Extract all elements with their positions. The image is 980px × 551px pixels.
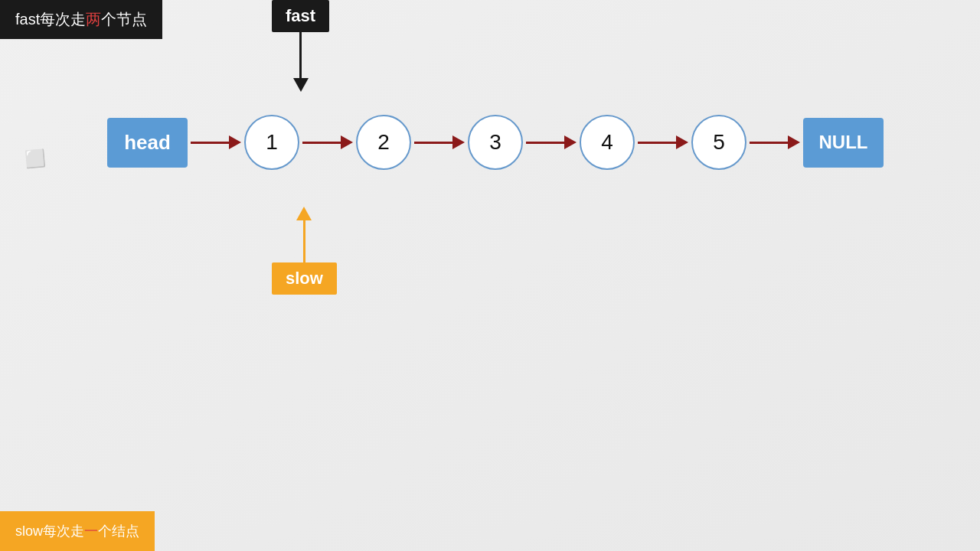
arrow-line bbox=[191, 142, 229, 144]
slow-arrow-head bbox=[296, 207, 312, 220]
arrow-5-to-null bbox=[750, 135, 800, 149]
slow-label: slow bbox=[272, 262, 337, 295]
fast-pointer-container: fast bbox=[272, 0, 329, 92]
node-1: 1 bbox=[244, 115, 299, 170]
head-label: head bbox=[124, 131, 171, 155]
null-box: NULL bbox=[803, 118, 884, 168]
top-banner-text-before: fast每次走 bbox=[15, 11, 86, 28]
slow-pointer-container: slow bbox=[272, 207, 337, 295]
arrow-head-to-1 bbox=[191, 135, 241, 149]
linked-list-diagram: fast head 1 2 bbox=[107, 115, 884, 170]
node-2: 2 bbox=[356, 115, 411, 170]
cursor-icon: ⬜ bbox=[24, 148, 46, 170]
fast-arrow-line bbox=[299, 32, 302, 78]
bottom-banner: slow每次走一个结点 bbox=[0, 511, 155, 551]
null-label: NULL bbox=[819, 132, 868, 153]
list-row: head 1 2 3 bbox=[107, 115, 884, 170]
arrow-1-to-2 bbox=[302, 135, 353, 149]
node-5: 5 bbox=[691, 115, 746, 170]
head-box: head bbox=[107, 118, 188, 168]
bottom-banner-text-after: 个结点 bbox=[98, 523, 139, 539]
node-4: 4 bbox=[580, 115, 635, 170]
arrow-4-to-5 bbox=[638, 135, 688, 149]
arrow-2-to-3 bbox=[414, 135, 465, 149]
node-3: 3 bbox=[468, 115, 523, 170]
bottom-banner-text-before: slow每次走 bbox=[15, 523, 84, 539]
top-banner-highlight: 两 bbox=[86, 11, 101, 28]
fast-arrow-head bbox=[293, 78, 309, 92]
top-banner-text-after: 个节点 bbox=[101, 11, 147, 28]
arrow-head-icon bbox=[229, 135, 241, 149]
top-banner: fast每次走两个节点 bbox=[0, 0, 162, 39]
fast-label: fast bbox=[272, 0, 329, 32]
slow-arrow-line bbox=[303, 220, 305, 262]
arrow-3-to-4 bbox=[526, 135, 577, 149]
bottom-banner-highlight: 一 bbox=[84, 523, 98, 539]
